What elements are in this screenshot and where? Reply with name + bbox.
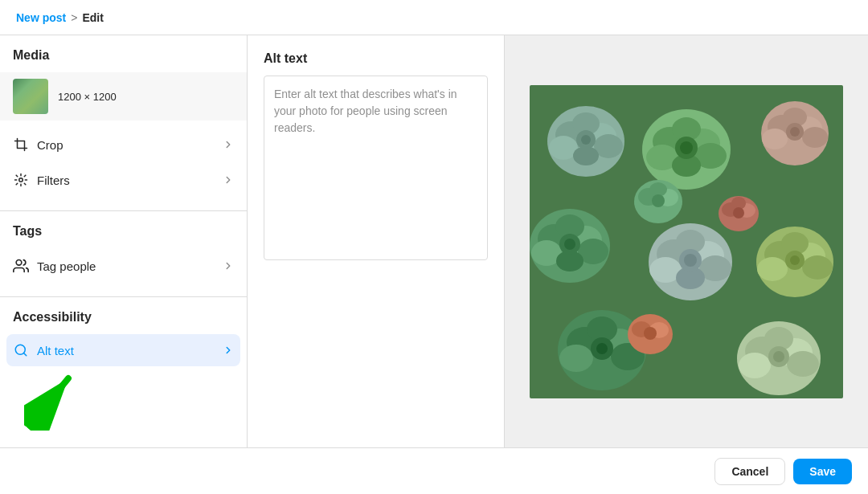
crop-chevron-icon [223, 139, 234, 150]
media-section: Media 1200 × 1200 [0, 35, 247, 211]
media-dimensions: 1200 × 1200 [58, 91, 117, 103]
svg-line-3 [23, 353, 26, 355]
filters-label: Filters [37, 174, 70, 187]
crop-icon [13, 137, 29, 153]
tags-section: Tags Tag people [0, 211, 247, 297]
svg-point-64 [802, 255, 833, 280]
svg-point-79 [652, 194, 665, 207]
breadcrumb-new-post[interactable]: New post [16, 11, 66, 24]
footer: Cancel Save [0, 447, 868, 494]
tag-people-label: Tag people [37, 259, 96, 273]
alt-text-textarea[interactable] [264, 76, 488, 260]
media-section-title: Media [0, 48, 247, 72]
svg-point-29 [762, 129, 788, 149]
annotation-arrow [0, 366, 247, 431]
green-arrow-svg [24, 358, 121, 431]
main-content: Media 1200 × 1200 [0, 35, 868, 447]
tag-people-item[interactable]: Tag people [0, 248, 247, 284]
filters-chevron-icon [223, 174, 234, 186]
svg-point-88 [644, 327, 657, 340]
center-panel: Alt text [248, 35, 505, 447]
tag-people-icon [13, 258, 29, 274]
svg-point-74 [773, 351, 784, 362]
alt-text-chevron-icon [223, 345, 234, 356]
svg-point-71 [739, 353, 771, 378]
thumbnail-image [13, 79, 48, 114]
succulent-svg [530, 85, 843, 398]
preview-image [530, 85, 843, 398]
media-thumbnail [13, 79, 48, 114]
svg-point-15 [680, 141, 693, 154]
svg-point-1 [16, 260, 22, 266]
svg-point-58 [596, 343, 608, 354]
right-panel [505, 35, 868, 447]
filters-item-left: Filters [13, 172, 70, 188]
alt-text-left: Alt text [13, 342, 74, 358]
crop-item[interactable]: Crop [0, 127, 247, 162]
svg-point-30 [802, 127, 828, 148]
accessibility-section-title: Accessibility [0, 310, 247, 334]
media-info: 1200 × 1200 [58, 89, 117, 104]
save-button[interactable]: Save [793, 459, 852, 484]
media-item: 1200 × 1200 [0, 72, 247, 120]
svg-point-0 [19, 178, 23, 182]
accessibility-section: Accessibility Alt text [0, 297, 247, 443]
filters-icon [13, 172, 29, 188]
filters-item[interactable]: Filters [0, 162, 247, 198]
cancel-button[interactable]: Cancel [714, 458, 785, 485]
sidebar: Media 1200 × 1200 [0, 35, 248, 447]
svg-point-24 [581, 135, 591, 145]
breadcrumb-separator: > [71, 11, 77, 24]
search-icon [13, 342, 29, 358]
tag-chevron-icon [223, 260, 234, 271]
tag-people-left: Tag people [13, 258, 96, 274]
svg-line-5 [32, 378, 68, 423]
svg-point-63 [757, 257, 788, 281]
svg-point-84 [733, 207, 744, 218]
crop-item-left: Crop [13, 137, 63, 153]
breadcrumb-edit: Edit [82, 11, 103, 24]
svg-point-50 [684, 254, 697, 267]
svg-point-72 [787, 351, 819, 377]
tags-section-title: Tags [0, 224, 247, 248]
alt-text-title: Alt text [264, 51, 488, 66]
svg-point-41 [564, 239, 575, 250]
crop-label: Crop [37, 138, 63, 152]
svg-point-66 [790, 255, 800, 265]
breadcrumb: New post > Edit [0, 0, 868, 35]
svg-point-55 [559, 345, 593, 372]
svg-point-32 [790, 127, 800, 137]
alt-text-label: Alt text [37, 344, 74, 357]
